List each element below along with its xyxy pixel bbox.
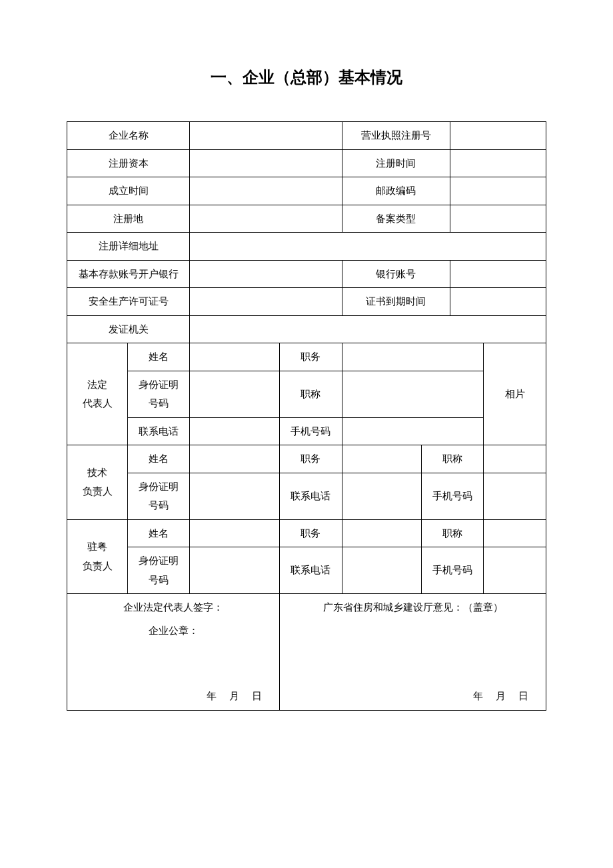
label-issuer: 发证机关 bbox=[67, 315, 190, 343]
label-reg-capital: 注册资本 bbox=[67, 149, 190, 177]
label-record-type: 备案类型 bbox=[342, 205, 450, 233]
label-reg-place: 注册地 bbox=[67, 205, 190, 233]
label-yue-group: 驻粤负责人 bbox=[67, 519, 128, 594]
row-yue-id: 身份证明号码 联系电话 手机号码 bbox=[67, 547, 546, 594]
label-yue-id: 身份证明号码 bbox=[128, 547, 190, 594]
label-postcode: 邮政编码 bbox=[342, 177, 450, 205]
sign-right-line1: 广东省住房和城乡建设厅意见：（盖章） bbox=[283, 598, 543, 617]
form-table: 企业名称 营业执照注册号 注册资本 注册时间 成立时间 邮政编码 注册地 备案类… bbox=[67, 121, 546, 711]
label-bank-acct: 银行账号 bbox=[342, 260, 450, 288]
label-legal-tel: 联系电话 bbox=[128, 417, 190, 445]
value-record-type bbox=[450, 205, 546, 233]
label-legal-id: 身份证明号码 bbox=[128, 371, 190, 417]
value-legal-mobile bbox=[342, 417, 484, 445]
label-yue-title: 职称 bbox=[422, 519, 484, 547]
value-tech-mobile bbox=[484, 473, 546, 519]
label-yue-duty: 职务 bbox=[280, 519, 342, 547]
label-legal-photo: 相片 bbox=[484, 343, 546, 445]
row-company-name: 企业名称 营业执照注册号 bbox=[67, 122, 546, 150]
value-yue-tel bbox=[342, 547, 421, 594]
sign-left-date: 年 月 日 bbox=[70, 687, 277, 706]
label-tech-mobile: 手机号码 bbox=[422, 473, 484, 519]
value-yue-name bbox=[190, 519, 280, 547]
row-tech-id: 身份证明号码 联系电话 手机号码 bbox=[67, 473, 546, 519]
value-safety-permit bbox=[190, 288, 342, 316]
value-issuer bbox=[190, 315, 546, 343]
value-tech-tel bbox=[342, 473, 421, 519]
value-yue-title bbox=[484, 519, 546, 547]
signature-right: 广东省住房和城乡建设厅意见：（盖章） 年 月 日 bbox=[280, 594, 546, 711]
label-tech-id: 身份证明号码 bbox=[128, 473, 190, 519]
value-company-name bbox=[190, 122, 342, 150]
value-cert-expire bbox=[450, 288, 546, 316]
value-reg-place bbox=[190, 205, 342, 233]
sign-left-line2: 企业公章： bbox=[70, 621, 277, 641]
value-tech-id bbox=[190, 473, 280, 519]
label-legal-mobile: 手机号码 bbox=[280, 417, 342, 445]
signature-left: 企业法定代表人签字： 企业公章： 年 月 日 bbox=[67, 594, 280, 711]
row-signatures: 企业法定代表人签字： 企业公章： 年 月 日 广东省住房和城乡建设厅意见：（盖章… bbox=[67, 594, 546, 711]
sign-left-line1: 企业法定代表人签字： bbox=[70, 598, 277, 617]
value-tech-name bbox=[190, 445, 280, 473]
row-tech-name: 技术负责人 姓名 职务 职称 bbox=[67, 445, 546, 473]
label-tech-name: 姓名 bbox=[128, 445, 190, 473]
value-tech-title bbox=[484, 445, 546, 473]
value-est-time bbox=[190, 177, 342, 205]
sign-right-line2 bbox=[283, 621, 543, 641]
label-yue-tel: 联系电话 bbox=[280, 547, 342, 594]
value-postcode bbox=[450, 177, 546, 205]
value-legal-duty bbox=[342, 343, 484, 371]
value-tech-duty bbox=[342, 445, 421, 473]
row-est-time: 成立时间 邮政编码 bbox=[67, 177, 546, 205]
page: 一、企业（总部）基本情况 企业名称 营业执照注册号 注册资本 注册时间 bbox=[0, 0, 613, 868]
label-tech-title: 职称 bbox=[422, 445, 484, 473]
row-reg-place: 注册地 备案类型 bbox=[67, 205, 546, 233]
value-reg-time bbox=[450, 149, 546, 177]
label-legal-group: 法定代表人 bbox=[67, 343, 128, 445]
label-est-time: 成立时间 bbox=[67, 177, 190, 205]
value-reg-address bbox=[190, 233, 546, 261]
row-legal-name: 法定代表人 姓名 职务 相片 bbox=[67, 343, 546, 371]
value-license-no bbox=[450, 122, 546, 150]
value-legal-id bbox=[190, 371, 280, 417]
page-title: 一、企业（总部）基本情况 bbox=[67, 67, 546, 88]
label-legal-name: 姓名 bbox=[128, 343, 190, 371]
row-reg-address: 注册详细地址 bbox=[67, 233, 546, 261]
value-bank bbox=[190, 260, 342, 288]
label-reg-time: 注册时间 bbox=[342, 149, 450, 177]
label-yue-name: 姓名 bbox=[128, 519, 190, 547]
label-tech-tel: 联系电话 bbox=[280, 473, 342, 519]
label-company-name: 企业名称 bbox=[67, 122, 190, 150]
row-reg-capital: 注册资本 注册时间 bbox=[67, 149, 546, 177]
label-legal-duty: 职务 bbox=[280, 343, 342, 371]
label-legal-title: 职称 bbox=[280, 371, 342, 417]
value-legal-name bbox=[190, 343, 280, 371]
value-yue-mobile bbox=[484, 547, 546, 594]
label-tech-group: 技术负责人 bbox=[67, 445, 128, 520]
label-tech-duty: 职务 bbox=[280, 445, 342, 473]
label-bank: 基本存款账号开户银行 bbox=[67, 260, 190, 288]
label-cert-expire: 证书到期时间 bbox=[342, 288, 450, 316]
value-yue-duty bbox=[342, 519, 421, 547]
label-reg-address: 注册详细地址 bbox=[67, 233, 190, 261]
value-legal-title bbox=[342, 371, 484, 417]
row-yue-name: 驻粤负责人 姓名 职务 职称 bbox=[67, 519, 546, 547]
value-legal-tel bbox=[190, 417, 280, 445]
row-safety-permit: 安全生产许可证号 证书到期时间 bbox=[67, 288, 546, 316]
value-bank-acct bbox=[450, 260, 546, 288]
label-license-no: 营业执照注册号 bbox=[342, 122, 450, 150]
value-yue-id bbox=[190, 547, 280, 594]
label-yue-mobile: 手机号码 bbox=[422, 547, 484, 594]
row-bank: 基本存款账号开户银行 银行账号 bbox=[67, 260, 546, 288]
row-issuer: 发证机关 bbox=[67, 315, 546, 343]
sign-right-date: 年 月 日 bbox=[283, 687, 543, 706]
row-legal-tel: 联系电话 手机号码 bbox=[67, 417, 546, 445]
label-safety-permit: 安全生产许可证号 bbox=[67, 288, 190, 316]
row-legal-id: 身份证明号码 职称 bbox=[67, 371, 546, 417]
value-reg-capital bbox=[190, 149, 342, 177]
